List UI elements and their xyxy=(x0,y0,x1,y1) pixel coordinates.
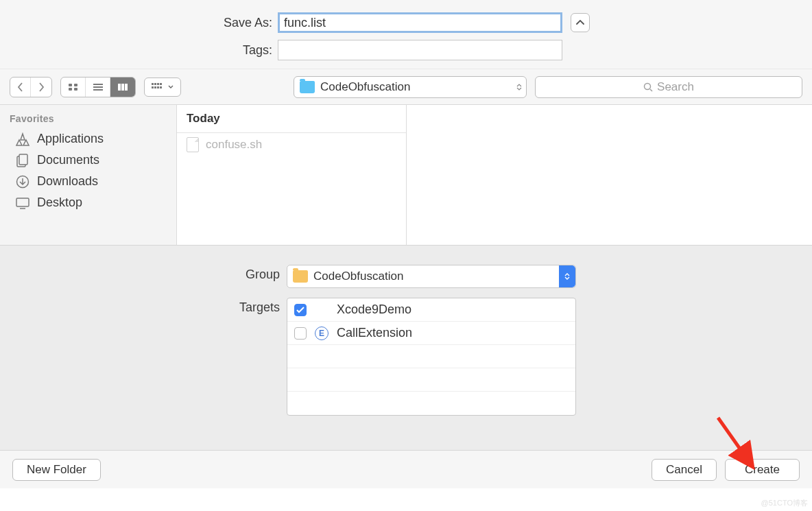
svg-rect-13 xyxy=(160,83,162,85)
svg-rect-7 xyxy=(118,84,121,91)
target-row[interactable]: E CallExtension xyxy=(287,322,575,345)
svg-rect-21 xyxy=(19,154,27,165)
path-name: CodeObfuscation xyxy=(320,80,410,94)
svg-rect-14 xyxy=(152,86,154,88)
watermark-text: @51CTO博客 xyxy=(761,498,808,508)
sidebar-item-desktop[interactable]: Desktop xyxy=(0,192,176,213)
sidebar-item-label: Documents xyxy=(37,153,99,167)
file-column: Today confuse.sh xyxy=(177,105,407,245)
collapse-toggle-button[interactable] xyxy=(571,13,590,32)
svg-rect-16 xyxy=(157,86,159,88)
search-placeholder: Search xyxy=(657,80,694,94)
file-name: confuse.sh xyxy=(206,138,262,152)
desktop-icon xyxy=(15,196,30,210)
arrange-button[interactable] xyxy=(144,78,181,97)
target-checkbox[interactable] xyxy=(294,304,307,316)
sidebar-item-label: Desktop xyxy=(37,195,82,210)
chevron-left-icon xyxy=(17,82,23,92)
column-header: Today xyxy=(177,105,406,133)
svg-rect-15 xyxy=(154,86,156,88)
group-targets-section: Group CodeObfuscation Targets Xcode9Demo… xyxy=(0,245,812,450)
svg-rect-23 xyxy=(16,198,29,206)
saveas-label: Save As: xyxy=(0,16,278,30)
group-dropdown[interactable]: CodeObfuscation xyxy=(287,265,576,288)
app-icon xyxy=(315,303,329,317)
svg-point-18 xyxy=(645,83,651,89)
view-switcher xyxy=(60,77,136,97)
svg-rect-0 xyxy=(69,84,72,86)
tags-label: Tags: xyxy=(0,43,278,58)
file-icon xyxy=(187,137,199,152)
new-folder-button[interactable]: New Folder xyxy=(12,459,101,481)
check-icon xyxy=(296,307,304,313)
chevron-right-icon xyxy=(38,82,45,92)
group-label: Group xyxy=(0,265,287,282)
list-icon xyxy=(93,83,104,91)
sidebar-item-label: Applications xyxy=(37,132,104,146)
sidebar-item-documents[interactable]: Documents xyxy=(0,150,176,171)
search-input[interactable]: Search xyxy=(535,76,802,98)
chevron-down-icon xyxy=(168,85,174,89)
documents-icon xyxy=(15,154,30,167)
view-icons-button[interactable] xyxy=(61,78,86,97)
svg-rect-1 xyxy=(74,84,77,86)
saveas-input[interactable]: func.list xyxy=(278,12,562,33)
applications-icon xyxy=(15,132,30,146)
saveas-value: func.list xyxy=(284,16,326,29)
svg-rect-10 xyxy=(152,83,154,85)
view-list-button[interactable] xyxy=(86,78,110,97)
columns-icon xyxy=(117,83,128,91)
targets-label: Targets xyxy=(0,298,287,315)
targets-list: Xcode9Demo E CallExtension xyxy=(287,298,576,416)
stepper-icon xyxy=(516,84,522,91)
target-name: CallExtension xyxy=(337,326,412,340)
chevron-up-icon xyxy=(576,20,584,25)
tags-row: Tags: xyxy=(0,40,812,60)
target-checkbox[interactable] xyxy=(294,327,307,340)
svg-rect-17 xyxy=(160,86,162,88)
file-item[interactable]: confuse.sh xyxy=(177,133,406,156)
search-icon xyxy=(643,82,653,92)
targets-row: Targets Xcode9Demo E CallExtension xyxy=(0,298,812,416)
view-columns-button[interactable] xyxy=(110,78,135,97)
svg-rect-11 xyxy=(154,83,156,85)
grid-icon xyxy=(68,83,79,91)
svg-rect-12 xyxy=(157,83,159,85)
target-row-empty xyxy=(287,368,575,392)
svg-rect-3 xyxy=(74,88,77,91)
sidebar-item-downloads[interactable]: Downloads xyxy=(0,171,176,192)
sidebar: Favorites Applications Documents Downloa… xyxy=(0,105,177,245)
target-row[interactable]: Xcode9Demo xyxy=(287,298,575,322)
downloads-icon xyxy=(15,175,30,189)
target-row-empty xyxy=(287,392,575,415)
path-dropdown[interactable]: CodeObfuscation xyxy=(294,76,527,98)
svg-rect-9 xyxy=(125,84,128,91)
create-button[interactable]: Create xyxy=(725,459,800,481)
sidebar-item-label: Downloads xyxy=(37,174,98,189)
group-row: Group CodeObfuscation xyxy=(0,265,812,288)
nav-back-button[interactable] xyxy=(10,78,31,97)
file-browser: Favorites Applications Documents Downloa… xyxy=(0,105,812,245)
saveas-row: Save As: func.list xyxy=(0,12,812,33)
stepper-icon xyxy=(559,265,575,287)
finder-toolbar: CodeObfuscation Search xyxy=(0,69,812,105)
target-row-empty xyxy=(287,345,575,368)
arrange-icon xyxy=(152,83,165,91)
svg-rect-8 xyxy=(121,84,124,91)
tags-input[interactable] xyxy=(278,40,562,60)
cancel-button[interactable]: Cancel xyxy=(652,459,717,481)
extension-icon: E xyxy=(315,326,329,340)
file-column-empty xyxy=(407,105,812,245)
svg-line-19 xyxy=(650,89,652,91)
folder-icon xyxy=(293,270,308,283)
nav-group xyxy=(10,77,52,97)
bottom-bar: New Folder Cancel Create xyxy=(0,450,812,488)
nav-forward-button[interactable] xyxy=(31,78,51,97)
sidebar-heading: Favorites xyxy=(0,109,176,128)
svg-rect-2 xyxy=(69,88,72,91)
folder-icon xyxy=(300,81,315,93)
target-name: Xcode9Demo xyxy=(337,302,411,317)
save-panel-top: Save As: func.list Tags: xyxy=(0,0,812,69)
group-value: CodeObfuscation xyxy=(313,270,403,283)
sidebar-item-applications[interactable]: Applications xyxy=(0,128,176,150)
